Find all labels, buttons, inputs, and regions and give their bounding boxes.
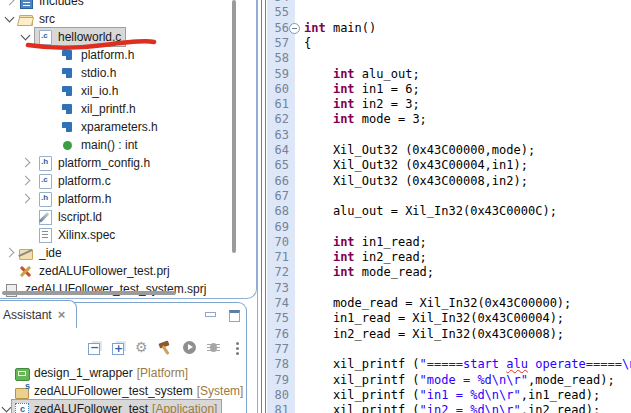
horizontal-scrollbar[interactable] [2, 291, 176, 295]
tree-item-platform-c[interactable]: platform.c [0, 172, 256, 190]
code-token-kw: int [333, 97, 355, 111]
tree-item-target[interactable]: xil_io.h [58, 82, 122, 100]
assistant-item-zedalufollower_test[interactable]: zedALUFollower_test [Application] [0, 400, 246, 413]
tree-item-target[interactable]: stdio.h [58, 64, 120, 82]
chevron-right-icon[interactable] [21, 194, 31, 204]
gear-icon[interactable] [133, 339, 151, 357]
include-icon [60, 120, 76, 135]
tree-item-platform-config-h[interactable]: platform_config.h [0, 154, 256, 172]
tree-item-target[interactable]: lscript.ld [35, 208, 106, 226]
tree-item-xil-io-h[interactable]: xil_io.h [0, 82, 256, 100]
tree-item-lscript-ld[interactable]: lscript.ld [0, 208, 256, 226]
assistant-toolbar [0, 339, 247, 357]
tree-item-target[interactable]: zedALUFollower_test_system.sprj [2, 280, 210, 298]
chevron-down-icon[interactable] [21, 31, 31, 41]
line-number: 72 [267, 265, 289, 280]
line-number: 58 [267, 51, 289, 66]
code-token: Xil_Out32 (0x43C00008,in2); [304, 174, 528, 188]
tree-item-target[interactable]: Includes [16, 0, 88, 10]
code-line-66: 66 Xil_Out32 (0x43C00008,in2); [258, 174, 631, 189]
minimize-button[interactable] [204, 309, 218, 323]
assistant-item-target[interactable]: zedALUFollower_test [Application] [12, 400, 221, 413]
tree-item-zedalufollower-test-prj[interactable]: zedALUFollower_test.prj [0, 262, 256, 280]
tree-item-stdio-h[interactable]: stdio.h [0, 64, 256, 82]
tree-item--ide[interactable]: _ide [0, 244, 256, 262]
vertical-scrollbar[interactable] [232, 0, 236, 253]
line-number: 77 [267, 342, 289, 357]
line-number: 76 [267, 327, 289, 342]
tree-item-xil-printf-h[interactable]: xil_printf.h [0, 100, 256, 118]
tree-item-target[interactable]: zedALUFollower_test.prj [16, 262, 174, 280]
tree-item-target[interactable]: main() : int [58, 136, 142, 154]
view-menu-icon[interactable] [229, 339, 247, 357]
line-number: 56 [267, 21, 289, 36]
tree-item-target[interactable]: platform.h [58, 46, 138, 64]
tree-item-label: platform_config.h [58, 156, 150, 170]
tree-item-platform-h[interactable]: platform.h [0, 190, 256, 208]
hammer-icon[interactable] [157, 339, 175, 357]
assistant-item-zedalufollower_test_system[interactable]: zedALUFollower_test_system [System] [0, 382, 246, 400]
code-editor[interactable]: 545556int main()57{5859 int alu_out;60 i… [257, 0, 631, 413]
tree-item-src[interactable]: src [0, 10, 256, 28]
tree-item-target[interactable]: xparameters.h [58, 118, 162, 136]
include-icon [60, 84, 76, 99]
tree-item-target[interactable]: _ide [16, 244, 66, 262]
code-token: alu_out; [355, 67, 420, 81]
tree-item-label: zedALUFollower_test.prj [39, 264, 170, 278]
code-line-73: 73 [258, 281, 631, 296]
tree-item-target[interactable]: helloworld.c [35, 28, 125, 46]
tree-item-main-int[interactable]: main() : int [0, 136, 256, 154]
close-icon[interactable]: × [58, 310, 66, 320]
assistant-item-target[interactable]: design_1_wrapper [Platform] [12, 364, 192, 382]
code-token-str: alu [506, 357, 528, 371]
tree-item-xilinx-spec[interactable]: Xilinx.spec [0, 226, 256, 244]
code-token: xil_printf ( [304, 373, 420, 387]
expand-all-icon[interactable] [109, 339, 127, 357]
assistant-item-decorator: [Platform] [137, 366, 188, 380]
tree-item-xparameters-h[interactable]: xparameters.h [0, 118, 256, 136]
code-line-71: 71 int in2_read; [258, 250, 631, 265]
code-token: xil_printf ( [304, 357, 420, 371]
code-token: in2_read; [355, 250, 427, 264]
spec-file-icon [37, 228, 53, 243]
tools-icon [18, 264, 34, 279]
line-number: 69 [267, 220, 289, 235]
assistant-item-design_1_wrapper[interactable]: design_1_wrapper [Platform] [0, 364, 246, 382]
code-token-kw: int [333, 67, 355, 81]
tree-item-target[interactable]: xil_printf.h [58, 100, 140, 118]
code-text: int in2 = 3; [304, 97, 420, 112]
tree-item-zedalufollower-test-system-sprj[interactable]: zedALUFollower_test_system.sprj [0, 280, 256, 298]
tree-item-helloworld-c[interactable]: helloworld.c [0, 28, 256, 46]
linker-script-icon [37, 210, 53, 225]
code-token-str: "=====start [420, 357, 507, 371]
chevron-right-icon[interactable] [21, 158, 31, 168]
tree-item-includes[interactable]: Includes [0, 0, 256, 10]
maximize-button[interactable] [228, 309, 242, 323]
code-token: { [304, 36, 311, 50]
collapse-all-icon[interactable] [85, 339, 103, 357]
chevron-right-icon[interactable] [5, 248, 15, 258]
tree-item-target[interactable]: Xilinx.spec [35, 226, 119, 244]
code-token-kw: int [304, 21, 326, 35]
code-text: Xil_Out32 (0x43C00008,in2); [304, 174, 528, 189]
chevron-right-icon[interactable] [5, 0, 15, 5]
tree-item-target[interactable]: platform_config.h [35, 154, 154, 172]
chevron-down-icon[interactable] [5, 13, 15, 23]
code-token: mode = 3; [355, 112, 427, 126]
line-number: 66 [267, 174, 289, 189]
tree-item-target[interactable]: src [16, 10, 59, 28]
chevron-right-icon[interactable] [21, 176, 31, 186]
tree-item-platform-h[interactable]: platform.h [0, 46, 256, 64]
line-number: 64 [267, 143, 289, 158]
debug-icon[interactable] [205, 339, 223, 357]
line-number: 67 [267, 189, 289, 204]
code-line-64: 64 Xil_Out32 (0x43C00000,mode); [258, 143, 631, 158]
run-icon[interactable] [181, 339, 199, 357]
fold-collapse-icon[interactable] [289, 23, 300, 34]
assistant-item-target[interactable]: zedALUFollower_test_system [System] [12, 382, 247, 400]
tab-assistant[interactable]: Assistant × [0, 300, 77, 328]
code-token-str: operate=====\n\ [528, 357, 631, 371]
chevron-down-icon[interactable] [2, 403, 12, 413]
tree-item-target[interactable]: platform.h [35, 190, 115, 208]
tree-item-target[interactable]: platform.c [35, 172, 115, 190]
